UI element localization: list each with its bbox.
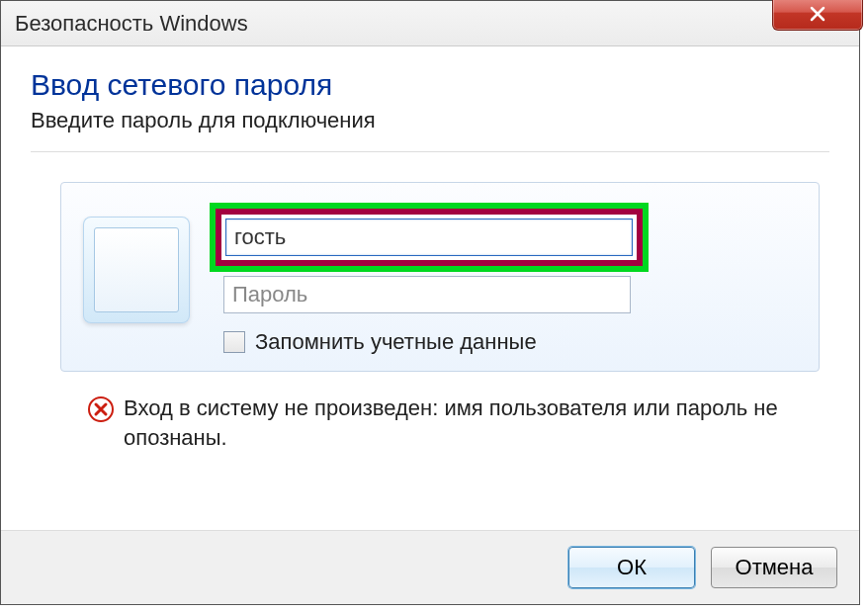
remember-checkbox[interactable]: [223, 331, 245, 353]
dialog-subheading: Введите пароль для подключения: [31, 108, 829, 133]
titlebar: Безопасность Windows: [1, 1, 859, 46]
ok-button[interactable]: ОК: [568, 547, 695, 588]
window-title: Безопасность Windows: [15, 11, 248, 37]
close-button[interactable]: [772, 0, 863, 31]
credential-panel: Запомнить учетные данные: [60, 182, 820, 372]
password-input[interactable]: [223, 276, 631, 313]
error-message: Вход в систему не произведен: имя пользо…: [124, 394, 820, 452]
user-avatar-icon: [94, 227, 179, 312]
credential-fields: Запомнить учетные данные: [210, 203, 791, 355]
dialog-heading: Ввод сетевого пароля: [31, 68, 829, 102]
username-highlight-inner: [216, 209, 643, 266]
username-highlight-box: [210, 203, 649, 272]
error-icon: [88, 396, 114, 422]
close-icon: [808, 4, 827, 24]
error-row: Вход в систему не произведен: имя пользо…: [88, 394, 820, 452]
remember-label[interactable]: Запомнить учетные данные: [255, 329, 537, 355]
cancel-button[interactable]: Отмена: [711, 547, 837, 588]
security-dialog-window: Безопасность Windows Ввод сетевого парол…: [0, 0, 860, 605]
button-row: ОК Отмена: [1, 530, 859, 604]
username-input[interactable]: [225, 219, 633, 256]
separator: [31, 151, 829, 152]
user-avatar-frame: [83, 217, 190, 323]
dialog-content: Ввод сетевого пароля Введите пароль для …: [1, 46, 859, 530]
